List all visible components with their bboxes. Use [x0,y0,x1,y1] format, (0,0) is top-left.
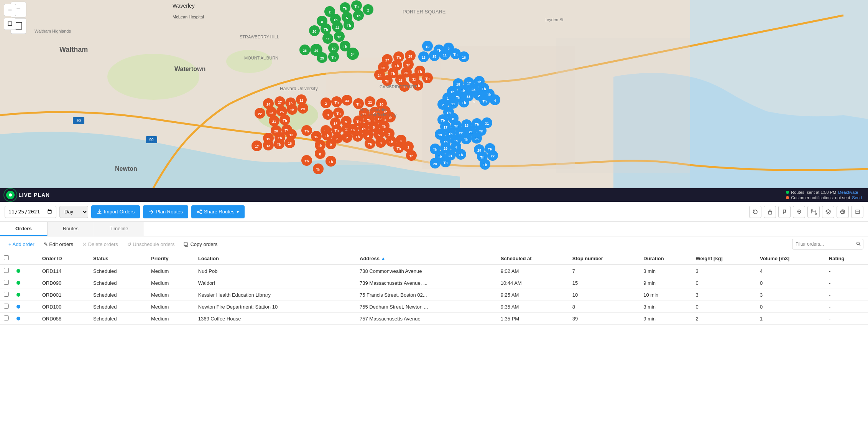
svg-text:19: 19 [332,47,335,51]
row-weight: 3 [692,265,756,277]
deactivate-link[interactable]: Deactivate [838,190,858,195]
svg-text:8: 8 [373,126,375,129]
row-stop-number: 39 [569,313,640,325]
svg-text:Th: Th [337,112,341,116]
plan-routes-button[interactable]: Plan Routes [143,205,188,218]
svg-text:Th: Th [367,119,372,122]
row-scheduled-at: 1:35 PM [497,313,569,325]
table-row[interactable]: ORD114 Scheduled Medium Nud Pob 738 Comm… [0,265,868,277]
svg-text:Th: Th [332,56,336,59]
svg-text:Th: Th [357,120,361,124]
row-order-id: ORD001 [38,289,89,301]
filter-search-button[interactable] [854,241,863,247]
live-plan-label: LIVE PLAN [18,192,50,198]
share-routes-button[interactable]: Share Routes ▾ [191,205,245,218]
svg-rect-347 [8,22,12,26]
header-duration: Duration [639,252,692,265]
svg-text:2: 2 [367,8,369,12]
row-order-id: ORD114 [38,265,89,277]
row-rating: - [825,289,868,301]
header-location: Location [194,252,356,265]
tab-orders[interactable]: Orders [0,222,48,236]
table-row[interactable]: ORD100 Scheduled Medium Newton Fire Depa… [0,301,868,313]
import-orders-button[interactable]: Import Orders [91,205,140,218]
routes-sent-info: Routes: sent at 1:50 PM [791,190,836,195]
row-location: Nud Pob [194,265,356,277]
tab-timeline[interactable]: Timeline [94,222,144,236]
filter-orders-input[interactable] [792,240,854,248]
svg-text:9: 9 [330,143,332,147]
tab-routes[interactable]: Routes [48,222,94,236]
svg-text:20: 20 [274,129,278,133]
row-checkbox[interactable] [4,292,9,297]
row-checkbox[interactable] [4,280,9,285]
svg-text:Th: Th [316,168,321,172]
lock-button[interactable] [764,206,776,218]
row-scheduled-at: 9:25 AM [497,289,569,301]
svg-text:Th: Th [355,5,359,8]
row-address: 755 Dedham Street, Newton ... [356,301,497,313]
notifications-info: Customer notifications: not sent [791,195,850,200]
row-status-dot-cell [13,265,38,277]
svg-text:20: 20 [312,30,316,33]
svg-text:Th: Th [324,28,328,31]
row-checkbox[interactable] [4,304,9,309]
toolbar-right-icons: ⊟ [749,206,863,218]
zoom-minus-button[interactable]: − [4,4,16,16]
pin-button[interactable] [793,206,805,218]
zoom-box-button[interactable] [4,18,16,30]
delete-orders-button[interactable]: ✕ Delete orders [79,240,122,249]
refresh-button[interactable] [749,206,761,218]
status-dot [16,269,20,273]
map-area[interactable]: 90 90 2 Th Th 2 8 Th 5 Th 20 Th [0,0,868,188]
svg-point-357 [857,242,860,244]
svg-text:5: 5 [378,133,380,137]
layers-button[interactable] [822,206,834,218]
svg-text:20: 20 [380,102,383,106]
svg-text:13: 13 [289,133,293,137]
table-row[interactable]: ORD088 Scheduled Medium 1369 Coffee Hous… [0,313,868,325]
svg-text:Th: Th [397,147,401,150]
svg-text:Th: Th [305,129,309,133]
svg-text:Th: Th [397,56,401,59]
row-checkbox-cell [0,277,13,289]
status-dot [16,293,20,297]
edit-orders-button[interactable]: ✎ Edit orders [40,240,77,249]
table-row[interactable]: ORD001 Scheduled Medium Kessler Health E… [0,289,868,301]
date-picker[interactable] [5,206,56,218]
view-selector[interactable]: Day Week Month [59,206,88,218]
header-address[interactable]: Address▲ [356,252,497,265]
unschedule-orders-button[interactable]: ↺ Unschedule orders [123,240,179,249]
svg-text:Th: Th [283,119,287,122]
header-volume: Volume [m3] [756,252,825,265]
svg-text:Harvard University: Harvard University [280,86,318,91]
svg-text:Th: Th [459,153,463,157]
flag-button[interactable] [778,206,791,218]
svg-text:Th: Th [334,18,338,22]
svg-text:2: 2 [478,94,480,98]
select-all-checkbox[interactable] [4,255,9,260]
table-row[interactable]: ORD090 Scheduled Medium Waldorf 739 Mass… [0,277,868,289]
row-checkbox[interactable] [4,268,9,273]
svg-text:Massachusetts: Massachusetts [360,108,386,112]
row-location: Waldorf [194,277,356,289]
svg-text:Th: Th [418,70,422,74]
svg-text:22: 22 [258,112,262,116]
row-stop-number: 10 [569,289,640,301]
settings-button[interactable]: ⊟ [851,206,863,218]
row-priority: Medium [147,277,194,289]
row-checkbox[interactable] [4,315,9,320]
globe-button[interactable] [837,206,849,218]
row-volume: 1 [756,313,825,325]
row-priority: Medium [147,313,194,325]
copy-orders-button[interactable]: Copy orders [180,240,221,249]
svg-text:Waverley: Waverley [173,3,195,9]
route-icon-button[interactable] [807,206,820,218]
add-order-button[interactable]: + Add order [5,240,38,249]
send-link[interactable]: Send [852,195,862,200]
svg-text:Th: Th [483,163,487,167]
svg-text:26: 26 [303,49,307,53]
svg-text:Th: Th [357,102,361,106]
svg-text:Th: Th [454,124,459,128]
svg-text:4: 4 [367,134,369,138]
